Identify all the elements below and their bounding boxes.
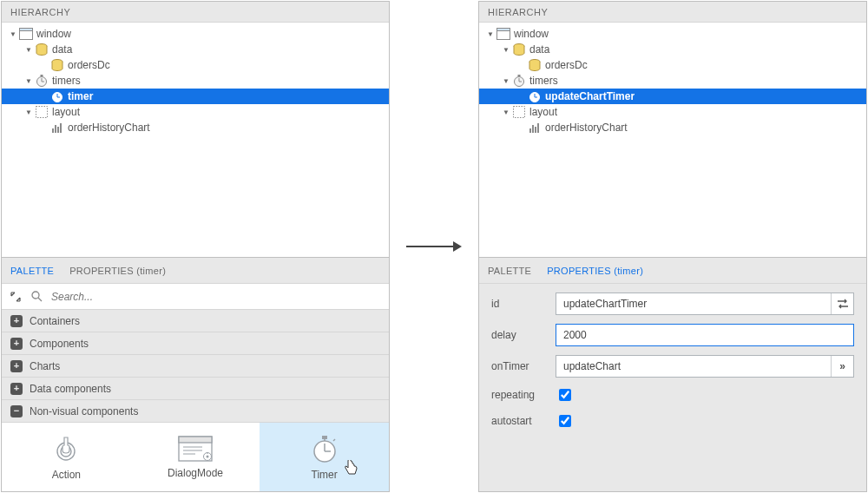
palette-search-input[interactable] xyxy=(49,290,380,304)
prop-label-repeating: repeating xyxy=(491,389,549,401)
tile-dialogmode[interactable]: DialogMode xyxy=(131,423,260,491)
tree-node-timers[interactable]: ▼ timers xyxy=(479,73,866,89)
svg-rect-5 xyxy=(41,75,43,76)
tab-palette[interactable]: PALETTE xyxy=(488,266,531,276)
tree-node-window[interactable]: ▼ window xyxy=(2,26,389,42)
spacer xyxy=(517,61,526,69)
tree-node-layout[interactable]: ▼ layout xyxy=(2,104,389,120)
prop-row-ontimer: onTimer » xyxy=(491,355,854,378)
data-icon xyxy=(528,58,542,72)
spacer xyxy=(517,123,526,132)
tree-node-data[interactable]: ▼ data xyxy=(2,42,389,57)
chevron-down-icon: ▼ xyxy=(486,30,495,38)
tab-properties[interactable]: PROPERTIES (timer) xyxy=(547,266,643,276)
chevron-down-icon: ▼ xyxy=(502,76,510,85)
tree-label: data xyxy=(52,43,72,56)
tree-node-ordersdc[interactable]: ordersDc xyxy=(479,57,866,73)
svg-rect-1 xyxy=(20,29,33,31)
svg-rect-21 xyxy=(179,437,212,443)
tree-node-updatecharttimer-selected[interactable]: updateChartTimer xyxy=(479,89,866,104)
category-charts[interactable]: + Charts xyxy=(2,355,389,378)
tab-properties[interactable]: PROPERTIES (timer) xyxy=(69,266,166,276)
tile-timer[interactable]: Timer xyxy=(260,423,389,491)
svg-rect-11 xyxy=(36,107,48,118)
tree-label: ordersDc xyxy=(545,59,588,71)
tree-right: ▼ window ▼ data ordersDc ▼ timer xyxy=(479,23,866,257)
plus-icon: + xyxy=(10,315,23,327)
category-label: Non-visual components xyxy=(30,405,138,417)
chevron-down-icon: ▼ xyxy=(502,45,510,54)
svg-line-30 xyxy=(333,439,335,441)
category-data-components[interactable]: + Data components xyxy=(2,378,389,400)
tree-left: ▼ window ▼ data ordersDc ▼ timer xyxy=(2,23,389,257)
category-label: Components xyxy=(30,338,89,350)
tree-node-orderhistorychart[interactable]: orderHistoryChart xyxy=(2,120,389,135)
tree-node-timer-selected[interactable]: timer xyxy=(2,89,389,104)
expand-all-icon[interactable] xyxy=(10,292,24,302)
tree-label: layout xyxy=(52,106,80,118)
action-icon xyxy=(51,434,81,463)
minus-icon: − xyxy=(10,405,23,417)
chevron-down-icon: ▼ xyxy=(24,76,33,85)
svg-rect-34 xyxy=(497,29,510,31)
go-icon[interactable]: » xyxy=(831,356,853,377)
tree-label: data xyxy=(529,43,549,56)
plus-icon: + xyxy=(10,360,23,372)
svg-rect-12 xyxy=(52,128,54,133)
tab-palette[interactable]: PALETTE xyxy=(10,266,54,276)
plus-icon: + xyxy=(10,338,23,350)
delay-input-wrap xyxy=(556,324,854,346)
swap-icon[interactable] xyxy=(831,293,853,314)
svg-rect-28 xyxy=(322,436,327,439)
category-label: Data components xyxy=(30,383,111,395)
prop-row-autostart: autostart xyxy=(491,412,854,430)
tree-label: layout xyxy=(529,106,557,118)
id-input-wrap xyxy=(556,293,854,315)
tree-label: orderHistoryChart xyxy=(68,122,150,134)
prop-row-id: id xyxy=(491,293,854,315)
panel-left: HIERARCHY ▼ window ▼ data ordersDc ▼ xyxy=(1,1,390,492)
svg-rect-44 xyxy=(514,107,525,118)
tabs-left: PALETTE PROPERTIES (timer) xyxy=(2,258,389,284)
category-containers[interactable]: + Containers xyxy=(2,310,389,332)
svg-rect-13 xyxy=(55,125,56,133)
svg-line-17 xyxy=(38,298,42,301)
tree-node-ordersdc[interactable]: ordersDc xyxy=(2,57,389,73)
spacer xyxy=(40,92,49,101)
spacer xyxy=(40,123,49,132)
arrow-right-icon xyxy=(453,241,462,252)
category-non-visual[interactable]: − Non-visual components xyxy=(2,400,389,423)
tree-node-window[interactable]: ▼ window xyxy=(479,26,866,42)
layout-icon xyxy=(512,105,526,119)
tree-label: timers xyxy=(529,75,558,87)
id-input[interactable] xyxy=(556,293,831,314)
search-icon xyxy=(31,291,43,302)
tree-label: window xyxy=(36,28,71,40)
prop-label-delay: delay xyxy=(491,329,549,341)
svg-point-26 xyxy=(207,455,209,457)
palette-tiles: Action DialogMode xyxy=(2,423,389,491)
category-label: Containers xyxy=(30,315,80,327)
chart-icon xyxy=(528,121,542,135)
timer-icon xyxy=(35,74,49,88)
tree-node-orderhistorychart[interactable]: orderHistoryChart xyxy=(479,120,866,135)
cursor-pointer-icon xyxy=(344,460,358,476)
tree-label: timer xyxy=(68,90,93,102)
window-icon xyxy=(178,436,213,462)
ontimer-input[interactable] xyxy=(556,356,831,377)
repeating-checkbox[interactable] xyxy=(559,389,571,401)
category-components[interactable]: + Components xyxy=(2,332,389,355)
tree-node-timers[interactable]: ▼ timers xyxy=(2,73,389,89)
tree-node-data[interactable]: ▼ data xyxy=(479,42,866,57)
tree-node-layout[interactable]: ▼ layout xyxy=(479,104,866,120)
autostart-checkbox[interactable] xyxy=(559,415,571,427)
chevron-down-icon: ▼ xyxy=(9,30,17,38)
window-icon xyxy=(19,27,33,41)
timer-icon xyxy=(528,89,542,103)
chevron-down-icon: ▼ xyxy=(502,108,510,116)
delay-input[interactable] xyxy=(556,325,853,345)
timer-icon xyxy=(512,74,526,88)
prop-row-repeating: repeating xyxy=(491,386,854,404)
chevron-down-icon: ▼ xyxy=(24,108,33,116)
tile-action[interactable]: Action xyxy=(2,423,131,491)
